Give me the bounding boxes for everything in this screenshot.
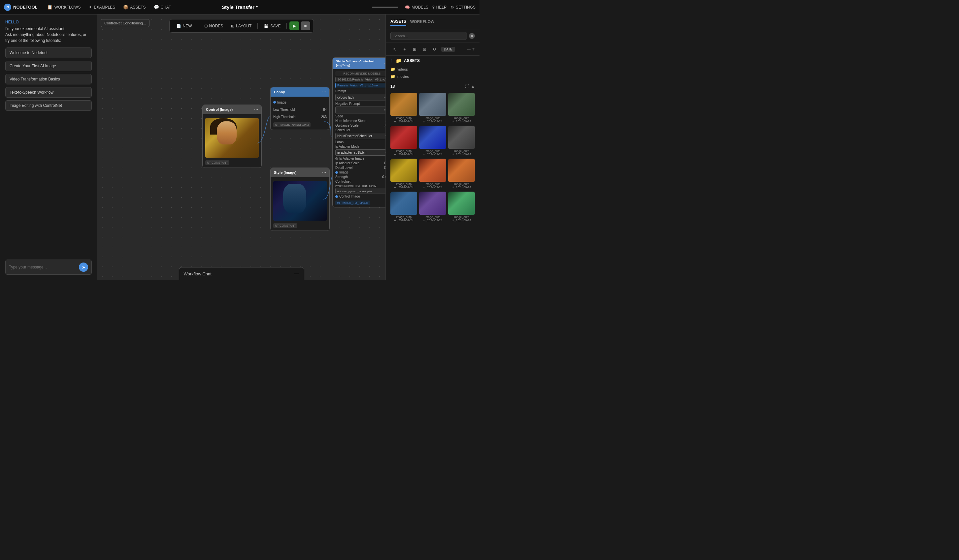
grid-item-8[interactable]: image_outp ut_2024-09-24 <box>448 159 475 189</box>
collapse-icon[interactable]: ▲ <box>471 84 475 89</box>
nav-workflows-label: WORKFLOWS <box>54 5 81 10</box>
grid-item-7[interactable]: image_outp ut_2024-09-24 <box>419 159 446 189</box>
dash-icon: — <box>467 48 471 51</box>
tool-add[interactable]: + <box>400 45 409 53</box>
date-badge: DATE <box>441 47 455 52</box>
grid-item-11[interactable]: image_outp ut_2024-09-24 <box>448 192 475 223</box>
chat-input[interactable] <box>9 265 76 269</box>
nav-right: 🧠 MODELS ? HELP ⚙ SETTINGS <box>372 5 476 10</box>
chat-btn-ai-image[interactable]: Create Your First AI Image <box>5 61 92 71</box>
folder-videos[interactable]: 📁 videos <box>390 66 475 73</box>
canvas-area[interactable]: 📄 NEW ⬡ NODES ⊞ LAYOUT 💾 SAVE ▶ ■ Cont <box>97 14 386 280</box>
search-input[interactable] <box>390 32 467 40</box>
toolbar-new[interactable]: 📄 NEW <box>173 22 195 30</box>
toolbar-nodes[interactable]: ⬡ NODES <box>201 22 227 30</box>
main-layout: HELLO I'm your experimental AI assistant… <box>0 14 480 280</box>
tool-grid[interactable]: ⊞ <box>410 45 419 53</box>
toolbar-divider-2 <box>257 23 258 29</box>
control-node-menu[interactable]: ··· <box>254 107 258 112</box>
sd-ip-adapter-scale-field: Ip Adapter Scale 0.5 <box>335 161 386 165</box>
grid-item-2[interactable]: image_outp ut_2024-09-24 <box>448 93 475 124</box>
chat-btn-welcome[interactable]: Welcome to Nodetool <box>5 48 92 58</box>
node-control-image: Control (Image) ··· NT CONSTANT <box>202 105 262 168</box>
nav-workflows[interactable]: 📋 WORKFLOWS <box>44 3 84 11</box>
canny-high-threshold-field: High Threshold 263 <box>273 114 327 120</box>
thumbnail-knight <box>448 126 475 149</box>
assets-header: ↑ 📁 ASSETS <box>386 56 480 66</box>
sd-control-image-field: Control Image <box>335 194 386 198</box>
nav-models[interactable]: 🧠 MODELS <box>405 5 429 10</box>
grid-item-0[interactable]: image_outp ut_2024-09-24 <box>390 93 417 124</box>
chat-send-button[interactable]: ➤ <box>79 262 88 272</box>
right-sidebar-header: ASSETS WORKFLOW <box>386 14 480 29</box>
control-node-body: NT CONSTANT <box>202 114 261 167</box>
grid-item-10[interactable]: image_outp ut_2024-09-24 <box>419 192 446 223</box>
grid-item-3[interactable]: image_outp ut_2024-09-24 <box>390 126 417 157</box>
sd-node-menu[interactable]: ··· <box>384 61 386 66</box>
slider-icon: ⊤ <box>472 48 475 51</box>
save-icon: 💾 <box>264 24 269 29</box>
tool-refresh[interactable]: ↻ <box>430 45 438 53</box>
toolbar-divider-3 <box>287 23 287 29</box>
nav-help[interactable]: ? HELP <box>432 5 446 10</box>
sd-prompt-input[interactable]: cyborg lady ✏ <box>335 94 386 101</box>
grid-controls: ⛶ ▲ <box>465 84 475 89</box>
tab-workflow[interactable]: WORKFLOW <box>410 18 434 25</box>
sd-controlnet-label-field: Controlnet <box>335 180 386 183</box>
topnav: N NODETOOL 📋 WORKFLOWS ✦ EXAMPLES 📦 ASSE… <box>0 0 480 14</box>
nav-chat[interactable]: 💬 CHAT <box>150 3 175 11</box>
prompt-edit-icon[interactable]: ✏ <box>384 95 386 100</box>
toolbar-run[interactable]: ▶ <box>290 21 299 30</box>
toolbar-layout[interactable]: ⊞ LAYOUT <box>228 22 255 30</box>
grid-item-4[interactable]: image_outp ut_2024-09-24 <box>419 126 446 157</box>
sd-scheduler-label-field: Scheduler <box>335 128 386 132</box>
layout-icon: ⊞ <box>231 24 234 29</box>
chat-input-area: ➤ <box>5 259 92 275</box>
grid-item-5[interactable]: image_outp ut_2024-09-24 <box>448 126 475 157</box>
workflow-chat: Workflow Chat — <box>179 267 304 280</box>
grid-item-1[interactable]: image_outp ut_2024-09-24 <box>419 93 446 124</box>
workflows-icon: 📋 <box>47 5 53 10</box>
nav-examples-label: EXAMPLES <box>94 5 115 10</box>
style-node-preview <box>273 181 327 221</box>
grid-item-6[interactable]: image_outp ut_2024-09-24 <box>390 159 417 189</box>
negative-prompt-edit-icon[interactable]: ✏ <box>384 108 386 112</box>
sd-image-port <box>335 171 338 174</box>
examples-icon: ✦ <box>88 5 92 10</box>
thumbnail-cat <box>390 93 417 116</box>
nav-chat-label: CHAT <box>161 5 171 10</box>
chat-btn-video[interactable]: Video Transformation Basics <box>5 74 92 84</box>
tool-select[interactable]: ⊟ <box>420 45 429 53</box>
controlnet-tab[interactable]: ControlNet Conditioning... <box>100 19 150 27</box>
assets-folder-icon: 📁 <box>396 58 401 63</box>
sd-ip-adapter-select[interactable]: ip-adapter_sd15.bin ▾ <box>335 150 386 156</box>
toolbar-save[interactable]: 💾 SAVE <box>260 22 284 30</box>
canny-node-menu[interactable]: ··· <box>322 89 326 95</box>
nav-assets[interactable]: 📦 ASSETS <box>120 3 149 11</box>
canny-low-threshold-field: Low Threshold 84 <box>273 107 327 113</box>
chat-btn-controlnet[interactable]: Image Editing with ControlNet <box>5 100 92 111</box>
nav-examples[interactable]: ✦ EXAMPLES <box>85 3 118 11</box>
canny-image-port <box>273 101 276 103</box>
tab-assets[interactable]: ASSETS <box>390 18 406 26</box>
sd-negative-prompt-input[interactable]: ✏ <box>335 107 386 113</box>
folder-movies[interactable]: 📁 movies <box>390 73 475 80</box>
assets-upload-icon[interactable]: ↑ <box>390 58 393 64</box>
grid-item-9[interactable]: image_outp ut_2024-09-24 <box>390 192 417 223</box>
sd-scheduler-select[interactable]: HeunDiscreteScheduler ▾ <box>335 133 386 139</box>
sd-model-option[interactable]: SG161222/Realistic_Vision_V5.1.noVAE <box>335 77 386 82</box>
toolbar-stop[interactable]: ■ <box>301 21 310 30</box>
nav-settings[interactable]: ⚙ SETTINGS <box>451 5 476 10</box>
page-title: Style Transfer * <box>222 4 258 10</box>
image-grid-header: 13 ⛶ ▲ <box>386 83 480 90</box>
app-logo[interactable]: N NODETOOL <box>4 4 37 11</box>
chat-buttons: Welcome to Nodetool Create Your First AI… <box>5 48 92 111</box>
workflow-chat-minimize[interactable]: — <box>294 271 299 277</box>
tool-back[interactable]: ↖ <box>390 45 399 53</box>
chat-btn-tts[interactable]: Text-to-Speech Workflow <box>5 87 92 98</box>
style-node-menu[interactable]: ··· <box>322 170 326 175</box>
search-clear-button[interactable]: ✕ <box>469 33 475 39</box>
nodes-icon: ⬡ <box>204 24 207 29</box>
sd-loras-field: Loras <box>335 140 386 144</box>
thumbnail-dragon-orange <box>448 159 475 182</box>
